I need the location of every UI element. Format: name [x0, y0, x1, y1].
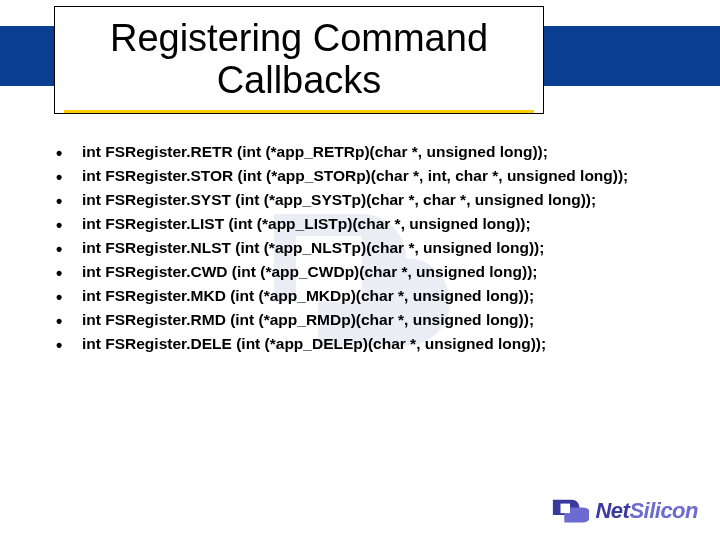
title-underline: [64, 110, 534, 113]
logo-text-a: Net: [595, 498, 629, 523]
list-item: int FSRegister.CWD (int (*app_CWDp)(char…: [50, 260, 690, 284]
footer-logo: NetSilicon: [551, 496, 698, 526]
title-box: Registering Command Callbacks: [54, 6, 544, 114]
svg-rect-1: [561, 504, 570, 513]
logo-mark-icon: [551, 496, 589, 526]
list-item: int FSRegister.SYST (int (*app_SYSTp)(ch…: [50, 188, 690, 212]
list-item: int FSRegister.RMD (int (*app_RMDp)(char…: [50, 308, 690, 332]
list-item: int FSRegister.MKD (int (*app_MKDp)(char…: [50, 284, 690, 308]
list-item: int FSRegister.RETR (int (*app_RETRp)(ch…: [50, 140, 690, 164]
list-item: int FSRegister.STOR (int (*app_STORp)(ch…: [50, 164, 690, 188]
logo-text-b: Silicon: [629, 498, 698, 523]
list-item: int FSRegister.NLST (int (*app_NLSTp)(ch…: [50, 236, 690, 260]
slide-title: Registering Command Callbacks: [55, 18, 543, 102]
list-item: int FSRegister.DELE (int (*app_DELEp)(ch…: [50, 332, 690, 356]
bullet-list: int FSRegister.RETR (int (*app_RETRp)(ch…: [50, 140, 690, 356]
logo-text: NetSilicon: [595, 498, 698, 524]
list-item: int FSRegister.LIST (int (*app_LISTp)(ch…: [50, 212, 690, 236]
